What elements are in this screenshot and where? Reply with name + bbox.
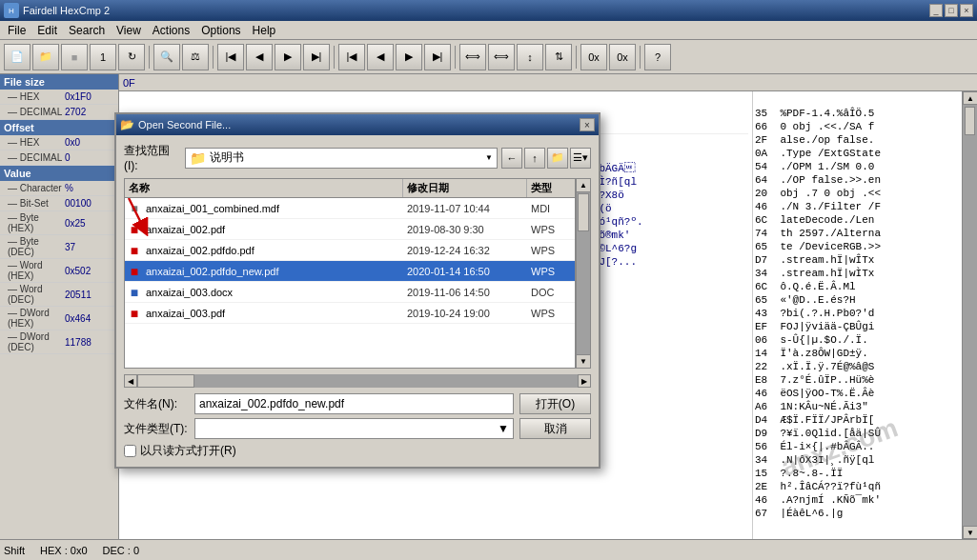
readonly-checkbox[interactable] xyxy=(124,445,136,457)
file-list-header: 名称 修改日期 类型 xyxy=(125,179,575,198)
open-button[interactable]: 打开(O) xyxy=(519,393,591,414)
tb-open-btn[interactable]: 📁 xyxy=(32,44,59,70)
menu-help[interactable]: Help xyxy=(247,22,282,39)
title-bar-controls: _ □ × xyxy=(929,4,973,17)
list-item[interactable]: ■ anxaizai_002.pdfdo_new.pdf 2020-01-14 … xyxy=(125,261,575,282)
file-date: 2019-12-24 16:32 xyxy=(403,245,527,256)
tb-next2-btn[interactable]: ▶| xyxy=(424,44,451,70)
tb-help-btn[interactable]: ? xyxy=(644,44,671,70)
hscroll-track[interactable] xyxy=(137,374,578,388)
file-name: anxaizai_002.pdf xyxy=(144,224,403,235)
dialog-titlebar: 📂 Open Second File... × xyxy=(116,114,599,135)
nav-back-btn[interactable]: ← xyxy=(501,148,522,169)
tb-find-btn[interactable]: 🔍 xyxy=(153,44,180,70)
tb-separator-2 xyxy=(213,46,214,69)
filename-input[interactable] xyxy=(194,393,514,414)
tb-back-btn[interactable]: ◀ xyxy=(246,44,273,70)
close-button[interactable]: × xyxy=(960,4,973,17)
file-scroll-down[interactable]: ▼ xyxy=(577,354,590,368)
file-icon: ■ xyxy=(125,222,144,237)
tb-compare-btn[interactable]: ⚖ xyxy=(182,44,209,70)
tb-next-btn[interactable]: ▶| xyxy=(303,44,330,70)
file-name: anxaizai_003.docx xyxy=(144,287,403,298)
hscroll-thumb[interactable] xyxy=(137,374,194,388)
combo-dropdown-arrow: ▼ xyxy=(485,153,493,162)
dialog-close-button[interactable]: × xyxy=(580,118,595,131)
file-date: 2019-11-07 10:44 xyxy=(403,203,527,214)
filetype-combo[interactable]: ▼ xyxy=(194,418,514,439)
list-item[interactable]: ■ anxaizai_003.pdf 2019-10-24 19:00 WPS xyxy=(125,303,575,324)
file-icon: ■ xyxy=(125,264,144,279)
tb-refresh-btn[interactable]: ↻ xyxy=(118,44,145,70)
file-scroll-track[interactable] xyxy=(577,192,590,354)
tb-sync3-btn[interactable]: ↕ xyxy=(517,44,543,70)
tb-new-btn[interactable]: 📄 xyxy=(4,44,31,70)
status-shift: Shift xyxy=(4,545,25,556)
file-scroll-thumb[interactable] xyxy=(578,193,589,231)
file-icon: ■ xyxy=(125,285,144,300)
menu-search[interactable]: Search xyxy=(63,22,111,39)
tb-prev-btn[interactable]: |◀ xyxy=(217,44,244,70)
filetype-area: 文件类型(T): ▼ 取消 xyxy=(124,418,591,439)
tb-num-btn[interactable]: 1 xyxy=(90,44,116,70)
file-icon: ■ xyxy=(125,202,144,215)
location-label: 查找范围(I): xyxy=(124,143,181,172)
file-type: WPS xyxy=(527,308,575,319)
filename-row: 文件名(N): xyxy=(124,393,514,414)
tb-fwd2-btn[interactable]: ▶ xyxy=(396,44,422,70)
hscroll-left[interactable]: ◀ xyxy=(124,374,137,388)
menu-options[interactable]: Options xyxy=(195,22,246,39)
status-hex: HEX : 0x0 xyxy=(40,545,88,556)
file-type: WPS xyxy=(527,224,575,235)
nav-up-btn[interactable]: ↑ xyxy=(524,148,545,169)
tb-separator-5 xyxy=(576,46,577,69)
tb-back2-btn[interactable]: ◀ xyxy=(367,44,394,70)
main-area: File size — HEX 0x1F0 — DECIMAL 2702 Off… xyxy=(0,74,977,539)
file-list-scrollbar[interactable]: ▲ ▼ xyxy=(576,178,591,369)
location-combo[interactable]: 📁 说明书 ▼ xyxy=(185,148,498,169)
tb-dec-btn[interactable]: 0x xyxy=(609,44,636,70)
file-name: anxaizai_001_combined.mdf xyxy=(144,203,403,214)
hscroll-right[interactable]: ▶ xyxy=(578,374,591,388)
nav-newfolder-btn[interactable]: 📁 xyxy=(547,148,568,169)
file-name: anxaizai_002.pdfdo.pdf xyxy=(144,245,403,256)
file-list[interactable]: 名称 修改日期 类型 ■ anxaizai_001_combined.mdf 2… xyxy=(124,178,576,369)
status-dec: DEC : 0 xyxy=(103,545,140,556)
col-type: 类型 xyxy=(527,179,575,197)
menu-view[interactable]: View xyxy=(111,22,147,39)
file-list-container: 名称 修改日期 类型 ■ anxaizai_001_combined.mdf 2… xyxy=(124,178,591,369)
menu-file[interactable]: File xyxy=(2,22,31,39)
list-item[interactable]: ■ anxaizai_003.docx 2019-11-06 14:50 DOC xyxy=(125,282,575,303)
file-rows: ■ anxaizai_001_combined.mdf 2019-11-07 1… xyxy=(125,198,575,324)
nav-view-btn[interactable]: ☰▾ xyxy=(570,148,591,169)
title-bar-left: H Fairdell HexCmp 2 xyxy=(4,3,110,18)
filename-area: 文件名(N): 打开(O) xyxy=(124,393,591,414)
tb-separator-6 xyxy=(640,46,641,69)
dialog-body: 查找范围(I): 📁 说明书 ▼ ← ↑ 📁 ☰▾ xyxy=(116,135,599,467)
tb-save-btn[interactable]: ■ xyxy=(61,44,88,70)
file-scroll-up[interactable]: ▲ xyxy=(577,179,590,192)
tb-sync-btn[interactable]: ⟺ xyxy=(459,44,486,70)
tb-sync2-btn[interactable]: ⟺ xyxy=(488,44,515,70)
title-bar: H Fairdell HexCmp 2 _ □ × xyxy=(0,0,977,21)
maximize-button[interactable]: □ xyxy=(945,4,958,17)
minimize-button[interactable]: _ xyxy=(929,4,943,17)
file-hscroll[interactable]: ◀ ▶ xyxy=(124,374,591,388)
file-date: 2020-01-14 16:50 xyxy=(403,266,527,277)
menu-actions[interactable]: Actions xyxy=(147,22,195,39)
list-item[interactable]: ■ anxaizai_002.pdfdo.pdf 2019-12-24 16:3… xyxy=(125,240,575,261)
file-date: 2019-10-24 19:00 xyxy=(403,308,527,319)
open-file-dialog: 📂 Open Second File... × 查找范围(I): 📁 说明书 ▼ xyxy=(114,112,600,469)
tb-hex-btn[interactable]: 0x xyxy=(580,44,607,70)
list-item[interactable]: ■ anxaizai_001_combined.mdf 2019-11-07 1… xyxy=(125,198,575,219)
filetype-label: 文件类型(T): xyxy=(124,421,191,437)
list-item[interactable]: ■ anxaizai_002.pdf 2019-08-30 9:30 WPS xyxy=(125,219,575,240)
tb-sync4-btn[interactable]: ⇅ xyxy=(545,44,572,70)
tb-fwd-btn[interactable]: ▶ xyxy=(275,44,301,70)
filetype-row: 文件类型(T): ▼ xyxy=(124,418,514,439)
cancel-button[interactable]: 取消 xyxy=(519,418,591,439)
tb-prev2-btn[interactable]: |◀ xyxy=(338,44,365,70)
file-icon: ■ xyxy=(125,243,144,258)
file-icon: ■ xyxy=(125,306,144,321)
menu-edit[interactable]: Edit xyxy=(31,22,63,39)
